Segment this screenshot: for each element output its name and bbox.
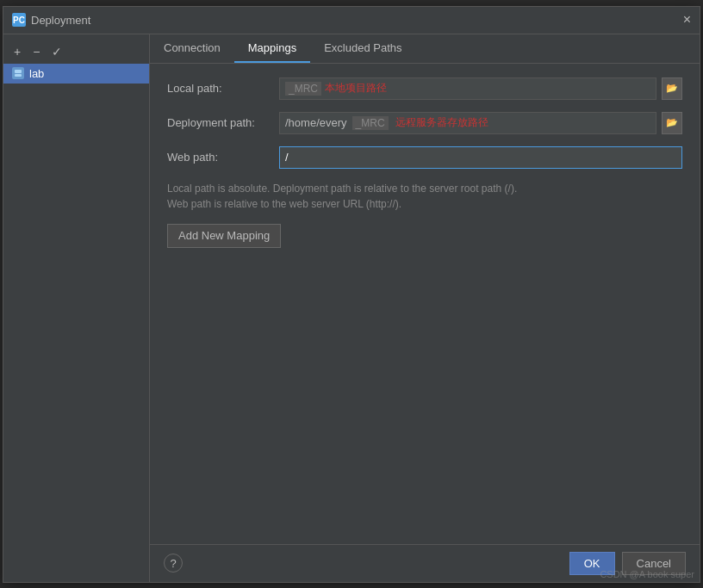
local-path-row: Local path: _MRC 本地项目路径 📂 (167, 77, 682, 100)
hint-line2: Web path is relative to the web server U… (167, 198, 401, 210)
deployment-path-label: Deployment path: (167, 116, 279, 129)
deployment-path-prefix: /home/every (285, 116, 347, 129)
tab-connection[interactable]: Connection (150, 34, 234, 63)
add-server-button[interactable]: + (10, 43, 24, 60)
local-path-hint: 本地项目路径 (325, 81, 387, 96)
sidebar-toolbar: + − ✓ (3, 40, 149, 64)
sidebar-item-label: lab (29, 67, 44, 80)
content-area: + − ✓ lab Connection Mappings Exclu (3, 34, 700, 582)
deployment-path-browse-button[interactable]: 📂 (662, 112, 682, 134)
local-path-segment: _MRC (285, 82, 321, 96)
hint-text: Local path is absolute. Deployment path … (167, 181, 682, 212)
watermark: CSDN @A book super (600, 569, 694, 579)
web-path-input[interactable] (279, 146, 682, 169)
title-bar: PC Deployment × (3, 7, 700, 34)
help-button[interactable]: ? (164, 554, 183, 573)
web-path-label: Web path: (167, 151, 279, 164)
tab-mappings[interactable]: Mappings (234, 34, 310, 63)
dialog-title: Deployment (31, 14, 90, 27)
add-mapping-button[interactable]: Add New Mapping (167, 224, 281, 248)
deployment-path-hint: 远程服务器存放路径 (395, 115, 488, 130)
sidebar: + − ✓ lab (3, 34, 150, 582)
deployment-dialog: PC Deployment × + − ✓ lab (3, 6, 700, 583)
web-path-field (279, 146, 682, 169)
deployment-path-input[interactable]: /home/every _MRC 远程服务器存放路径 (279, 112, 656, 134)
local-path-browse-button[interactable]: 📂 (662, 77, 682, 100)
title-bar-left: PC Deployment (12, 13, 90, 27)
tab-excluded-paths[interactable]: Excluded Paths (310, 34, 415, 63)
deployment-path-field: /home/every _MRC 远程服务器存放路径 📂 (279, 112, 682, 134)
deployment-path-segment: _MRC (352, 116, 389, 130)
hint-line1: Local path is absolute. Deployment path … (167, 183, 517, 195)
local-path-label: Local path: (167, 82, 279, 95)
remove-server-button[interactable]: − (29, 43, 43, 60)
app-icon: PC (12, 13, 26, 27)
main-panel: Connection Mappings Excluded Paths Local… (150, 34, 700, 582)
server-icon (12, 67, 24, 79)
panel-content: Local path: _MRC 本地项目路径 📂 Deployment pat… (150, 64, 700, 544)
check-server-button[interactable]: ✓ (48, 43, 65, 60)
svg-rect-1 (15, 74, 22, 77)
close-button[interactable]: × (683, 13, 691, 27)
deployment-path-row: Deployment path: /home/every _MRC 远程服务器存… (167, 112, 682, 134)
svg-rect-0 (15, 70, 22, 73)
sidebar-item-lab[interactable]: lab (3, 64, 149, 84)
tabs-bar: Connection Mappings Excluded Paths (150, 34, 700, 64)
local-path-field: _MRC 本地项目路径 📂 (279, 77, 682, 100)
local-path-input[interactable]: _MRC 本地项目路径 (279, 77, 656, 100)
web-path-row: Web path: (167, 146, 682, 169)
